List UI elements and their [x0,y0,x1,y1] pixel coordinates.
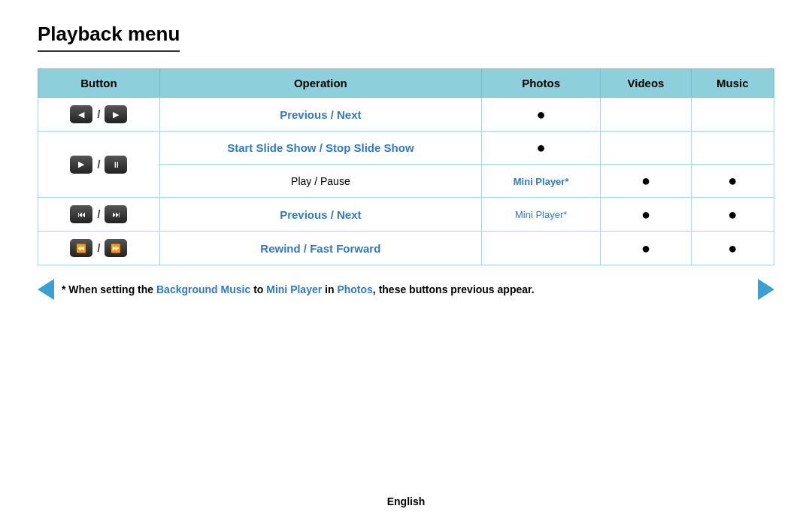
language-label: English [387,495,426,507]
slash-divider: / [97,242,100,254]
music-cell [691,132,774,165]
button-cell: ▶ / ⏸ [49,156,149,174]
photos-cell: Mini Player* [481,198,600,232]
prev-btn-icon: ◀ [70,105,92,123]
bullet: ● [728,172,737,189]
operation-cell: Previous / Next [159,198,481,232]
operation-cell: Play / Pause [159,165,481,198]
music-cell [691,98,774,132]
button-cell: ⏪ / ⏩ [49,239,149,257]
footnote-to: to [250,283,266,295]
videos-cell: ● [601,198,691,232]
playback-table: Button Operation Photos Videos Music ◀ /… [38,68,774,265]
pause-btn-icon: ⏸ [105,156,127,174]
table-row: ⏮ / ⏭ Previous / Next Mini Player* ● ● [38,198,774,232]
music-cell: ● [691,232,774,265]
bullet: ● [641,206,650,223]
ff-btn-icon: ⏩ [105,239,127,257]
photos-link: Photos [337,283,372,295]
button-cell: ◀ / ▶ [49,105,149,123]
operation-cell: Start Slide Show / Stop Slide Show [159,132,481,165]
photos-cell: ● [481,98,600,132]
bullet: ● [728,206,737,223]
bullet: ● [537,106,546,123]
footnote-text: * When setting the Background Music to M… [54,283,758,295]
operation-cell: Rewind / Fast Forward [159,232,481,265]
col-header-photos: Photos [481,69,600,98]
bg-music-link: Background Music [156,283,250,295]
footnote-in: in [322,283,337,295]
mini-player-link: Mini Player [266,283,322,295]
operation-cell: Previous / Next [159,98,481,132]
footnote-suffix: , these buttons previous appear. [373,283,535,295]
col-header-button: Button [38,69,160,98]
next-track-btn-icon: ⏭ [105,205,127,223]
videos-cell [601,98,691,132]
prev-track-btn-icon: ⏮ [70,205,92,223]
play-btn-icon: ▶ [70,156,92,174]
next-page-arrow[interactable] [758,279,774,300]
bullet: ● [641,172,650,189]
table-row: ⏪ / ⏩ Rewind / Fast Forward ● ● [38,232,774,265]
footnote: * When setting the Background Music to M… [38,279,774,300]
photos-cell: Mini Player* [481,165,600,198]
col-header-videos: Videos [601,69,691,98]
slash-divider: / [97,159,100,171]
prev-page-arrow[interactable] [38,279,54,300]
table-row: ▶ / ⏸ Start Slide Show / Stop Slide Show… [38,132,774,165]
next-btn-icon: ▶ [105,105,127,123]
bullet: ● [728,240,737,256]
col-header-music: Music [691,69,774,98]
bullet: ● [537,139,546,156]
col-header-operation: Operation [159,69,481,98]
table-row: ◀ / ▶ Previous / Next ● [38,98,774,132]
videos-cell: ● [601,165,691,198]
bullet: ● [641,240,650,256]
music-cell: ● [691,198,774,232]
slash-divider: / [97,208,100,220]
slash-divider: / [97,108,100,120]
button-cell: ⏮ / ⏭ [49,205,149,223]
mini-player-label: Mini Player* [514,176,569,187]
music-cell: ● [691,165,774,198]
mini-player-label: Mini Player* [515,209,567,220]
videos-cell [601,132,691,165]
page-title: Playback menu [38,23,180,52]
rewind-btn-icon: ⏪ [70,239,92,257]
photos-cell: ● [481,132,600,165]
footnote-prefix: * When setting the [62,283,156,295]
photos-cell [481,232,600,265]
videos-cell: ● [601,232,691,265]
